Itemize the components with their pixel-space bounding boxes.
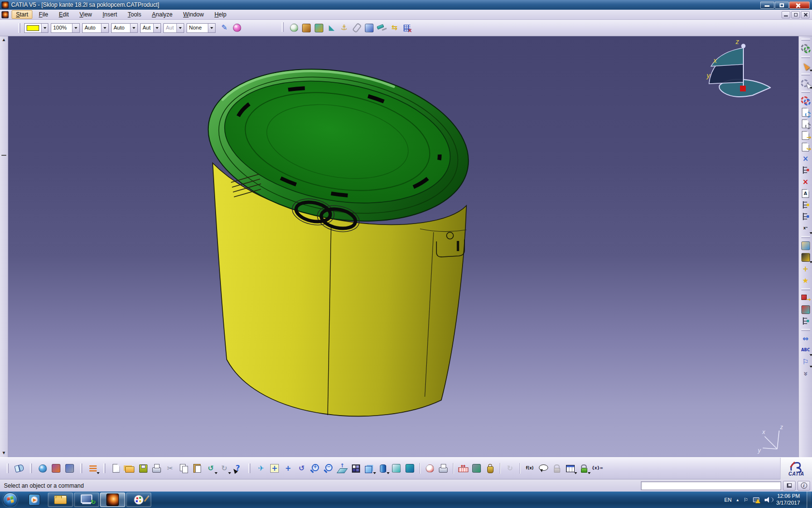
compass-origin[interactable] bbox=[740, 86, 746, 91]
lock-small-icon[interactable] bbox=[551, 463, 563, 474]
menu-window[interactable]: Window bbox=[179, 10, 208, 19]
menu-insert[interactable]: Insert bbox=[98, 10, 121, 19]
box-stack-icon[interactable] bbox=[800, 304, 812, 315]
mdi-minimize-button[interactable] bbox=[782, 11, 790, 18]
menu-tools[interactable]: Tools bbox=[123, 10, 145, 19]
graphic-opacity-combo[interactable]: 100% bbox=[51, 23, 80, 33]
toolbar-grip[interactable] bbox=[282, 22, 284, 32]
toolbar-grip[interactable] bbox=[801, 74, 810, 75]
toolbar-grip[interactable] bbox=[30, 463, 32, 473]
toolbar-grip[interactable] bbox=[801, 236, 810, 238]
color-gears-icon[interactable] bbox=[800, 95, 812, 106]
taskbar-explorer[interactable] bbox=[48, 493, 73, 507]
distance-band-icon[interactable]: ⇔ bbox=[800, 333, 812, 344]
whats-this-icon[interactable]: ? bbox=[232, 463, 244, 474]
material-globe-icon[interactable] bbox=[37, 463, 48, 474]
catalog-book-icon[interactable] bbox=[14, 463, 25, 474]
restore-button[interactable] bbox=[775, 1, 789, 9]
cut-icon[interactable]: ✂ bbox=[164, 463, 176, 474]
quick-print-icon[interactable] bbox=[437, 463, 449, 474]
update-gears-icon[interactable] bbox=[800, 43, 812, 54]
3d-viewport[interactable]: z x y z x y bbox=[8, 36, 798, 457]
padlock-icon[interactable] bbox=[578, 463, 590, 474]
doc-import-icon[interactable]: ↪ bbox=[800, 141, 812, 153]
power-input[interactable] bbox=[641, 481, 781, 490]
chevron-down-icon[interactable] bbox=[208, 24, 215, 32]
info-button[interactable]: i bbox=[798, 481, 810, 491]
component-constraint-icon[interactable]: × bbox=[800, 153, 812, 164]
formula-icon[interactable]: f(x) bbox=[524, 463, 536, 474]
taskbar-catia[interactable] bbox=[100, 493, 125, 507]
shading-icon[interactable] bbox=[377, 463, 389, 474]
select-arrow-icon[interactable] bbox=[800, 60, 812, 72]
scroll-down-icon[interactable]: ▼ bbox=[2, 450, 6, 455]
painter-icon[interactable]: ✎ bbox=[218, 22, 230, 34]
chevron-down-icon[interactable] bbox=[176, 24, 184, 32]
bucket-model[interactable] bbox=[196, 50, 481, 416]
chevron-down-icon[interactable] bbox=[41, 24, 48, 32]
paste-icon[interactable] bbox=[191, 463, 203, 474]
toolbar-grip[interactable] bbox=[248, 463, 250, 473]
render-symbol-combo[interactable]: Aut bbox=[163, 23, 184, 33]
chevron-down-icon[interactable] bbox=[130, 24, 137, 32]
save-icon[interactable] bbox=[137, 463, 149, 474]
wizard-icon[interactable] bbox=[231, 22, 243, 34]
chevron-down-icon[interactable] bbox=[101, 24, 108, 32]
zoom-out-icon[interactable]: − bbox=[323, 463, 334, 474]
taskbar-remote-desktop[interactable]: ↻ bbox=[74, 493, 99, 507]
snap-grid-icon[interactable]: × bbox=[401, 22, 413, 34]
multi-instantiation-icon[interactable]: xⁿ bbox=[800, 223, 812, 234]
explode-box-icon[interactable]: → bbox=[800, 292, 812, 304]
measure-item-icon[interactable] bbox=[471, 463, 482, 474]
zoom-in-icon[interactable]: + bbox=[309, 463, 321, 474]
toolbar-grip[interactable] bbox=[801, 56, 810, 58]
paperclip-icon[interactable] bbox=[351, 22, 362, 34]
fly-mouse-icon[interactable] bbox=[288, 22, 300, 34]
line-weight-combo[interactable]: Auto bbox=[111, 23, 138, 33]
toolbar-grip[interactable] bbox=[801, 91, 810, 93]
render-icon[interactable] bbox=[50, 463, 62, 474]
gear-cursor-icon[interactable] bbox=[800, 77, 812, 89]
relations-icon[interactable]: {x}= bbox=[592, 463, 603, 474]
open-icon[interactable] bbox=[124, 463, 135, 474]
mdi-close-button[interactable] bbox=[801, 11, 810, 18]
swap-arrows-icon[interactable]: ⇆ bbox=[389, 22, 400, 34]
iso-view-icon[interactable] bbox=[363, 463, 375, 474]
line-type-combo[interactable]: Auto bbox=[82, 23, 109, 33]
toolbar-grip[interactable] bbox=[801, 329, 810, 331]
network-warning-icon[interactable] bbox=[753, 497, 760, 503]
menu-start[interactable]: Start bbox=[12, 10, 32, 19]
tree-reorder-icon[interactable] bbox=[800, 164, 812, 176]
comment-icon[interactable] bbox=[537, 463, 549, 474]
depth-effect-icon[interactable] bbox=[313, 22, 325, 34]
menu-view[interactable]: View bbox=[75, 10, 96, 19]
toolbar-grip[interactable] bbox=[801, 39, 810, 41]
hidden-icons-button[interactable]: ▴ bbox=[737, 497, 739, 502]
anchor-icon[interactable]: ⚓ bbox=[338, 22, 350, 34]
taskbar-wmp[interactable]: ▶ bbox=[22, 493, 47, 507]
undo-icon[interactable]: ↺ bbox=[205, 463, 217, 474]
redo-icon[interactable]: ↻ bbox=[218, 463, 230, 474]
point-symbol-combo[interactable]: Aut bbox=[140, 23, 161, 33]
taskbar-clock[interactable]: 12:06 PM 3/17/2017 bbox=[776, 493, 800, 507]
sketch-tracer-icon[interactable] bbox=[363, 22, 375, 34]
fit-all-icon[interactable]: + bbox=[269, 463, 280, 474]
pan-icon[interactable]: + bbox=[282, 463, 294, 474]
new-component-icon[interactable]: ★ bbox=[800, 275, 812, 286]
menu-help[interactable]: Help bbox=[210, 10, 231, 19]
toolbar-grip[interactable] bbox=[80, 463, 82, 473]
close-button[interactable] bbox=[789, 1, 810, 9]
toolbar-grip[interactable] bbox=[103, 463, 105, 473]
left-scrollbar[interactable]: ▲ ▼ bbox=[0, 36, 8, 457]
toolbar-grip[interactable] bbox=[7, 463, 9, 473]
measure-icon[interactable] bbox=[457, 463, 469, 474]
chevron-down-icon[interactable] bbox=[72, 24, 79, 32]
tree-back-icon[interactable] bbox=[800, 315, 812, 327]
tree-window-icon[interactable] bbox=[800, 199, 812, 211]
catalog-box-icon[interactable] bbox=[301, 22, 312, 34]
design-table-icon[interactable] bbox=[565, 463, 576, 474]
start-button[interactable] bbox=[3, 493, 17, 507]
action-center-icon[interactable]: ⚐ bbox=[743, 497, 748, 503]
chevron-down-icon[interactable] bbox=[153, 24, 160, 32]
toolbar-grip[interactable] bbox=[18, 23, 20, 33]
